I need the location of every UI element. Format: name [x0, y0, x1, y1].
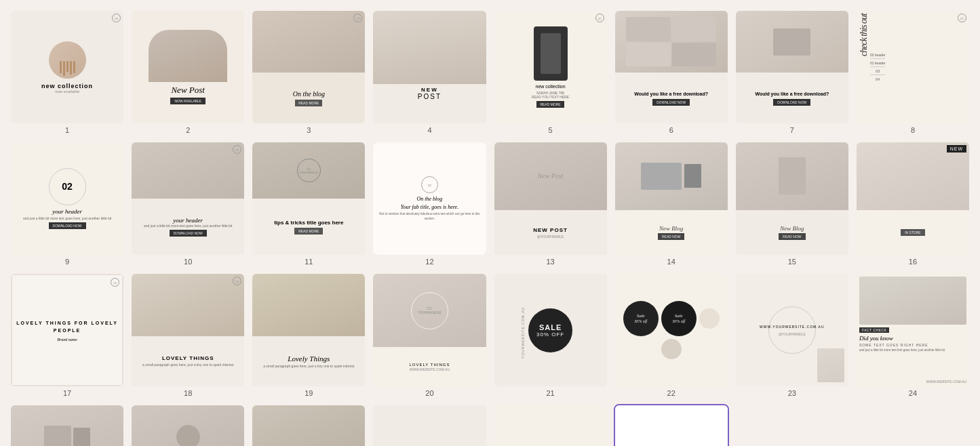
- card-1-num: 1: [65, 126, 69, 134]
- card-8[interactable]: check this out 02 header 01 header 03 04…: [857, 11, 969, 134]
- card-img-18: LOVELY THINGS a small paragraph goes her…: [132, 274, 244, 386]
- card-11-btn: READ MORE: [294, 228, 323, 235]
- card-13-handle: @YOURHANDLE: [537, 235, 564, 239]
- card-5-title: new collection: [536, 83, 566, 89]
- template-grid: cc new collection now available: [0, 0, 980, 446]
- card-5[interactable]: new collection SARAH JANE 786READ YOU TE…: [494, 11, 607, 134]
- card-24-tag: FACT CHECK: [859, 327, 890, 333]
- card-14[interactable]: New Blog READ NOW 14: [615, 142, 728, 266]
- card-6[interactable]: Would you like a free download? DOWNLOAD…: [615, 11, 728, 134]
- card-13-num: 13: [546, 258, 554, 266]
- card-19-sub: a small paragraph goes here, just a tiny…: [263, 364, 354, 369]
- card-17-num: 17: [63, 389, 71, 397]
- card-7[interactable]: Would you like a free download? DOWNLOAD…: [736, 11, 848, 134]
- card-9-sub: and just a little bit more text goes her…: [23, 216, 111, 221]
- card-img-11: CCYOURHANDLE tips & tricks title goes he…: [252, 142, 365, 255]
- card-img-28: “ quote text here: [373, 405, 486, 446]
- card-img-3: On the blog READ MORE cc: [252, 11, 365, 123]
- card-24-sub: SOME TEXT GOES RIGHT HERE: [859, 343, 928, 347]
- logo-8: cc: [958, 14, 966, 22]
- card-img-4: NEW POST: [373, 11, 486, 123]
- card-22-num: 22: [667, 389, 675, 397]
- card-17[interactable]: LOVELY THINGS FOR LOVELY PEOPLE Brand na…: [11, 274, 123, 397]
- card-2-num: 2: [186, 126, 190, 134]
- card-18-num: 18: [184, 389, 192, 397]
- logo-17: cc: [111, 278, 119, 287]
- card-27[interactable]: template 27 27: [252, 405, 365, 446]
- card-15[interactable]: New Blog READ NOW 15: [736, 142, 848, 266]
- card-7-title: Would you like a free download?: [755, 91, 829, 97]
- card-3-btn: READ MORE: [295, 100, 322, 106]
- card-5-btn: READ MORE: [536, 101, 564, 108]
- card-13-title: NEW POST: [533, 227, 568, 233]
- card-30[interactable]: ★★★★★ 30: [615, 405, 728, 446]
- card-26[interactable]: template 26 26: [132, 405, 244, 446]
- card-1[interactable]: cc new collection now available: [11, 11, 123, 134]
- card-3-title: On the blog: [293, 90, 325, 98]
- card-6-btn: DOWNLOAD NOW: [652, 99, 690, 106]
- card-12-text: Not to mention that absolutely fabulous …: [377, 212, 482, 221]
- card-4-sub: POST: [418, 93, 442, 100]
- card-24[interactable]: FACT CHECK Did you know SOME TEXT GOES R…: [857, 274, 969, 397]
- card-11-title: tips & tricks title goes here: [274, 220, 343, 226]
- card-23-num: 23: [788, 389, 796, 397]
- card-14-title: New Blog: [659, 225, 683, 232]
- card-16-num: 16: [909, 258, 917, 266]
- card-12-sub: Your fab title, goes is here.: [401, 204, 458, 211]
- card-25[interactable]: template 25 25: [11, 405, 123, 446]
- card-4[interactable]: NEW POST 4: [373, 11, 486, 134]
- card-29[interactable]: template 29 29: [494, 405, 607, 446]
- card-19-num: 19: [305, 389, 313, 397]
- card-img-29: template 29: [494, 405, 607, 446]
- card-24-title: Did you know: [859, 335, 893, 342]
- card-23[interactable]: WWW.YOURWEBSITE.COM.AU @YOURHANDLE 23: [736, 274, 848, 397]
- card-19-title: Lovely Things: [288, 354, 330, 363]
- card-9-btn: DOWNLOAD NOW: [49, 222, 86, 229]
- card-img-22: Sale30% off Sale30% off: [615, 274, 728, 386]
- card-10[interactable]: your header and just a little bit more t…: [132, 142, 244, 266]
- card-20-title: LOVELY THINGS: [409, 363, 450, 367]
- card-18[interactable]: LOVELY THINGS a small paragraph goes her…: [132, 274, 244, 397]
- card-img-13: New Post NEW POST @YOURHANDLE: [494, 142, 607, 255]
- card-2-btn: NOW AVAILABLE: [170, 98, 205, 104]
- card-11[interactable]: CCYOURHANDLE tips & tricks title goes he…: [252, 142, 365, 266]
- card-img-1: cc new collection now available: [11, 11, 123, 123]
- card-img-27: template 27: [252, 405, 365, 446]
- card-3[interactable]: On the blog READ MORE cc 3: [252, 11, 365, 134]
- card-24-web: WWW.WEBSITE.COM.AU: [926, 380, 966, 384]
- card-img-9: 02 your header and just a little bit mor…: [11, 142, 123, 255]
- card-15-btn: READ NOW: [779, 233, 806, 240]
- card-8-num: 8: [911, 126, 915, 134]
- card-img-5: new collection SARAH JANE 786READ YOU TE…: [494, 11, 607, 123]
- card-img-23: WWW.YOURWEBSITE.COM.AU @YOURHANDLE: [736, 274, 848, 386]
- card-9[interactable]: 02 your header and just a little bit mor…: [11, 142, 123, 266]
- card-img-30: ★★★★★: [615, 405, 728, 446]
- card-3-num: 3: [307, 126, 311, 134]
- card-img-6: Would you like a free download? DOWNLOAD…: [615, 11, 728, 123]
- card-img-14: New Blog READ NOW: [615, 142, 728, 255]
- card-20-web: WWW.WEBSITE.COM.AU: [410, 367, 450, 371]
- card-6-num: 6: [669, 126, 673, 134]
- card-1-sub: now available: [55, 89, 79, 94]
- card-16[interactable]: NEW IN STORE 16: [857, 142, 969, 266]
- card-img-8: check this out 02 header 01 header 03 04…: [857, 11, 969, 123]
- card-2[interactable]: New Post NOW AVAILABLE 2: [132, 11, 244, 134]
- card-12[interactable]: cc On the blog Your fab title, goes is h…: [373, 142, 486, 266]
- card-img-16: NEW IN STORE: [857, 142, 969, 255]
- card-img-10: your header and just a little bit more t…: [132, 142, 244, 255]
- card-20[interactable]: CCYOURHANDLE LOVELY THINGS WWW.WEBSITE.C…: [373, 274, 486, 397]
- card-28[interactable]: “ quote text here 28: [373, 405, 486, 446]
- card-7-btn: DOWNLOAD NOW: [773, 99, 810, 106]
- card-10-sub: and just a little bit more text goes her…: [144, 224, 232, 228]
- logo-1: cc: [112, 14, 121, 22]
- card-11-num: 11: [305, 258, 313, 266]
- card-22[interactable]: Sale30% off Sale30% off 22: [615, 274, 728, 397]
- card-13[interactable]: New Post NEW POST @YOURHANDLE 13: [494, 142, 607, 266]
- card-10-title: your header: [173, 217, 203, 224]
- card-19[interactable]: Lovely Things a small paragraph goes her…: [252, 274, 365, 397]
- card-4-num: 4: [427, 126, 431, 134]
- card-12-num: 12: [425, 258, 433, 266]
- card-10-btn: DOWNLOAD NOW: [170, 230, 207, 237]
- card-16-title: NEW: [947, 145, 966, 153]
- card-21[interactable]: SALE 30% OFF YOURWEBSITE.COM.AU 21: [494, 274, 607, 397]
